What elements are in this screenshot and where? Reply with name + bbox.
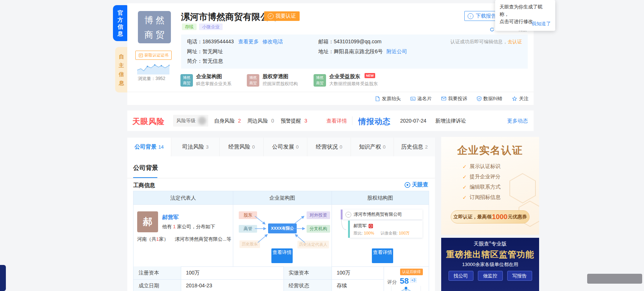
news-text[interactable]: 新增法律诉讼 (435, 118, 466, 124)
pro-ad-banner[interactable]: 天眼查®专业版 重磅推出辖区监管功能 13000余家各级单位都在用 找公司 做监… (441, 238, 539, 291)
more-news-link[interactable]: 更多动态 (507, 118, 528, 124)
get-cert-label: 获取认证证书 (144, 52, 169, 58)
company-info-box: 电话：18639544443 查看更多 修改电话 邮箱：543101099@qq… (181, 34, 528, 69)
fact-status-label: 经营状态 (283, 279, 309, 291)
divider (352, 116, 352, 125)
score-gauge (384, 286, 428, 291)
subsection-title: 工商信息 (133, 182, 155, 189)
views-sparkline (137, 62, 169, 74)
equity-chart-detail-button[interactable]: 查看详情 (372, 248, 393, 263)
section-title: 公司背景 (133, 164, 158, 172)
floating-widget-bottom-right[interactable] (587, 274, 642, 284)
claim-hint: 认证成功后即可编辑信息， (450, 39, 508, 44)
collapse-minus-icon[interactable]: − (345, 212, 351, 218)
equity-ratio-value: 100% (364, 231, 374, 235)
company-logo-line2: 商 贸 (138, 28, 171, 42)
website-value: 暂无网址 (202, 48, 223, 54)
coupon-amount: 1000 (492, 213, 507, 221)
warning-count[interactable]: 3 (304, 118, 307, 124)
get-cert-button[interactable]: 获取认证证书 (135, 51, 172, 60)
org-chart-detail-button[interactable]: 查看详情 (271, 248, 293, 263)
feature-equity-chart-sub: 挖掘深层股权结构 (263, 81, 298, 87)
tianyancha-watermark: 天眼查 (405, 181, 428, 188)
tab-company-development[interactable]: 公司发展0 (264, 138, 307, 156)
phone-value: 18639544443 (202, 39, 234, 44)
cert-ad-title: 企业实名认证 (441, 143, 539, 157)
intro-label: 简介： (187, 58, 202, 64)
section-tabs-bar: 公司背景14 司法风险3 经营风险0 公司发展0 经营状况0 知识产权0 历史信… (127, 138, 435, 156)
col-header-equity-chart: 股权结构图 (332, 191, 429, 204)
pro-ad-subtitle: 13000余家各级单位都在用 (441, 261, 539, 268)
tab-operating-status[interactable]: 经营状况0 (307, 138, 351, 156)
around-risk-label: 周边风险 (248, 118, 268, 124)
data-correction-button[interactable]: 数据纠错 (477, 95, 502, 102)
fact-establish-date-label: 成立日期 (133, 279, 159, 291)
tab-company-background[interactable]: 公司背景14 (127, 138, 171, 156)
edit-phone-link[interactable]: 修改电话 (262, 39, 283, 44)
tab-history-info[interactable]: 历史信息2 (394, 138, 435, 156)
around-risk-count[interactable]: 0 (271, 118, 274, 124)
feature-org-chart[interactable]: 企业架构图 (196, 73, 222, 80)
find-company-button[interactable]: 找公司 (449, 271, 473, 281)
fact-status-value: 存续 (332, 279, 347, 291)
risk-level-blurred-badge (198, 117, 206, 125)
equity-amount-value: 100万 (399, 231, 409, 235)
side-tab-official-label: 官方信息 (117, 9, 123, 37)
follow-button[interactable]: 关注 (512, 95, 528, 102)
company-background-card: 公司背景 工商信息 天眼查 法定代表人 企业架构图 股权结构图 郝 郝营军 (127, 156, 435, 291)
website-label: 网址： (187, 48, 202, 54)
self-risk-count[interactable]: 2 (238, 118, 241, 124)
claim-company-button[interactable]: ✓ 我要认证 (264, 11, 300, 21)
check-icon: ✓ (462, 194, 467, 200)
star-icon (512, 96, 517, 101)
feature-beneficial-owner[interactable]: 企业受益股东 (329, 73, 360, 80)
cert-ad-cta-button[interactable]: 立即认证，最高领1000元优惠券 (451, 210, 530, 223)
header-action-row: 发票抬头 递名片 我要投诉 数据纠错 (127, 92, 528, 105)
notification-confirm-link[interactable]: 我知道了 (532, 21, 551, 27)
cert-ad-benefits: ✓展示认证标识 ✓提升企业评分 ✓编辑联系方式 ✓订阅招标信息 (462, 163, 501, 201)
monitor-button[interactable]: 做监控 (478, 271, 503, 281)
new-badge: NEW (365, 73, 375, 78)
certificate-icon (139, 53, 143, 58)
write-report-button[interactable]: 写报告 (507, 271, 532, 281)
shield-icon (477, 96, 482, 101)
go-claim-link[interactable]: 去认证 (508, 39, 522, 44)
business-info-table: 法定代表人 企业架构图 股权结构图 郝 郝营军 他有 1 家公司，分布如下 河南… (133, 191, 429, 291)
fact-establish-date-value: 2018-04-23 (181, 279, 212, 291)
refresh-icon (490, 27, 494, 32)
nickname-notification-popup: 天眼查为你生成了昵称， 点击可进行修改 我知道了 (495, 0, 555, 31)
col-header-org-chart: 企业架构图 (233, 191, 332, 204)
pro-ad-brand: 天眼查®专业版 (441, 241, 539, 247)
equity-holder-node: 郝营军 股比: 100% 认缴金额: 100万 (350, 221, 422, 238)
tab-operation-risk[interactable]: 经营风险0 (220, 138, 264, 156)
legal-rep-name-link[interactable]: 郝营军 (162, 214, 179, 221)
invoice-icon (375, 96, 380, 101)
download-report-button[interactable]: ↓ 下载报告 (464, 11, 500, 21)
risk-detail-link[interactable]: 查看详情 (326, 118, 347, 124)
cert-ad-banner[interactable]: 企业实名认证 ✓展示认证标识 ✓提升企业评分 ✓编辑联系方式 ✓订阅招标信息 立… (441, 137, 539, 235)
side-tab-self-label: 自主信息 (118, 52, 124, 87)
floating-widget-left[interactable] (0, 265, 6, 291)
tab-intellectual-property[interactable]: 知识产权0 (351, 138, 394, 156)
company-type-badge: 小微企业 (199, 23, 223, 30)
company-logo: 博 然 商 贸 (138, 11, 171, 43)
tianyancha-logo-text: 天眼查 (412, 181, 428, 188)
equity-root-label: 漯河市博然商贸有限公司 (354, 211, 402, 218)
feature-beneficial-owner-sub: 大数据挖掘最终受益股东 (329, 81, 378, 87)
side-tab-self-info[interactable]: 自主信息 (115, 47, 128, 92)
tab-judicial-risk[interactable]: 司法风险3 (171, 138, 220, 156)
invoice-title-button[interactable]: 发票抬头 (375, 95, 401, 102)
legal-rep-company-link[interactable]: 漯河市博然商贸有限公...等 (175, 236, 231, 242)
feature-equity-chart[interactable]: 股权穿透图 (263, 73, 288, 80)
warning-label: 预警提醒 (281, 118, 301, 124)
risk-brand-logo: 天眼风险 (132, 116, 165, 127)
nearby-companies-link[interactable]: 附近公司 (387, 48, 407, 54)
tianyancha-logo-icon (405, 182, 410, 188)
envelope-icon (441, 97, 446, 101)
risk-level-label: 风险等级 (176, 117, 195, 124)
complaint-button[interactable]: 我要投诉 (441, 95, 467, 102)
side-tab-official-info[interactable]: 官方信息 (113, 5, 128, 41)
business-card-button[interactable]: 递名片 (410, 95, 432, 102)
view-more-phones-link[interactable]: 查看更多 (238, 39, 259, 44)
equity-holder-name[interactable]: 郝营军 (354, 223, 367, 229)
